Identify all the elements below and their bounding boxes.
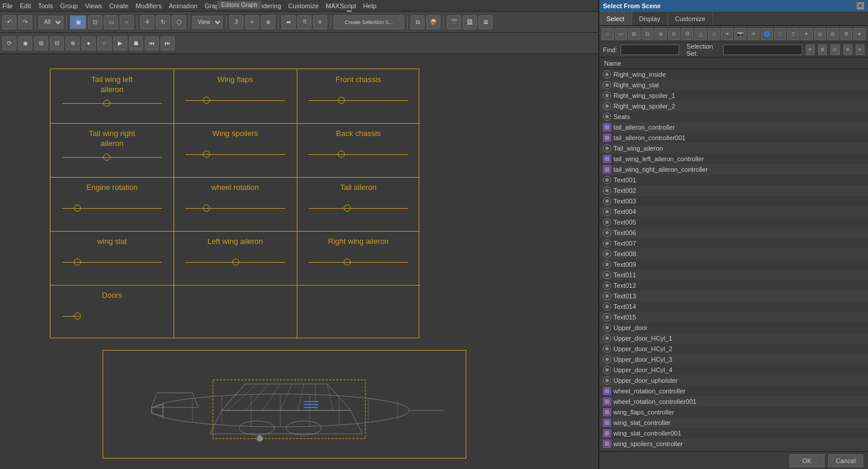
tb2-4[interactable]: ⊟ — [50, 36, 64, 50]
list-item[interactable]: Text011 — [599, 270, 868, 280]
ptb-all-types[interactable]: ⊛ — [827, 28, 839, 40]
move-btn[interactable]: ✛ — [140, 15, 154, 29]
menu-file[interactable]: File — [2, 2, 13, 9]
mirror-btn[interactable]: ⬌ — [282, 15, 296, 29]
ptb-xref[interactable]: Ξ — [787, 28, 799, 40]
select-rect-btn[interactable]: ▭ — [104, 15, 118, 29]
list-item[interactable]: Tail_wing_aileron — [599, 143, 868, 154]
ptb-down-arrow[interactable]: ▾ — [853, 28, 866, 40]
list-item[interactable]: wheel_rotation_controller001 — [599, 396, 868, 407]
tb2-5[interactable]: ⊕ — [66, 36, 80, 50]
tb2-7[interactable]: ○ — [97, 36, 111, 50]
list-item[interactable]: wing_slat_controller — [599, 417, 868, 428]
list-item[interactable]: Text015 — [599, 312, 868, 322]
list-item[interactable]: Text004 — [599, 206, 868, 217]
list-item[interactable]: Text013 — [599, 291, 868, 301]
render-btn[interactable]: 🎬 — [447, 15, 461, 29]
scale-btn[interactable]: ⬡ — [172, 15, 186, 29]
sel-set-input[interactable] — [723, 45, 802, 55]
list-item[interactable]: tail_wing_left_aileron_controller — [599, 154, 868, 164]
list-item[interactable]: tail_wing_right_aileron_controller — [599, 164, 868, 175]
ptb-geometry[interactable]: △ — [694, 28, 707, 40]
tab-select[interactable]: Select — [599, 12, 632, 25]
list-item[interactable]: Text014 — [599, 301, 868, 312]
ptb-select-all[interactable]: ⊞ — [628, 28, 640, 40]
list-item[interactable]: wing_spoilers_controller — [599, 439, 868, 449]
list-item[interactable]: Right_wing_spoiler_1 — [599, 90, 868, 101]
render3-btn[interactable]: 🖥 — [479, 15, 493, 29]
list-item[interactable]: Text009 — [599, 259, 868, 270]
sel-set-btn1[interactable]: ⊞ — [818, 45, 827, 55]
list-item[interactable]: tail_aileron_controller — [599, 122, 868, 132]
ptb-layers[interactable]: ⧉ — [681, 28, 694, 40]
list-item[interactable]: wing_slat_controller001 — [599, 428, 868, 439]
list-item[interactable]: tail_aileron_controller001 — [599, 132, 868, 143]
menu-help[interactable]: Help — [363, 2, 377, 9]
tb2-11[interactable]: ⏭ — [161, 36, 175, 50]
list-item[interactable]: Right_wing_spoiler_2 — [599, 101, 868, 111]
ptb-objects[interactable]: ◎ — [814, 28, 826, 40]
find-input[interactable] — [621, 45, 679, 55]
sel-set-btn3[interactable]: ⊕ — [843, 45, 852, 55]
list-item[interactable]: wing_flaps_controller — [599, 407, 868, 417]
render2-btn[interactable]: 🖼 — [463, 15, 477, 29]
snap-btn[interactable]: 3 — [229, 15, 243, 29]
ptb-cameras[interactable]: 📷 — [734, 28, 747, 40]
menu-views[interactable]: Views — [85, 2, 102, 9]
ptb-bones[interactable]: ✦ — [801, 28, 813, 40]
menu-modifiers[interactable]: Modifiers — [135, 2, 162, 9]
array-btn[interactable]: ⠿ — [297, 15, 311, 29]
tb2-10[interactable]: ⏮ — [145, 36, 159, 50]
ptb-groups[interactable]: □ — [774, 28, 786, 40]
tb2-8[interactable]: ▶ — [113, 36, 127, 50]
list-item[interactable]: Text002 — [599, 185, 868, 196]
menu-group[interactable]: Group — [60, 2, 78, 9]
align-btn[interactable]: ≡ — [313, 15, 327, 29]
list-item[interactable]: Right_wing_slat — [599, 80, 868, 90]
obj-btn[interactable]: 📦 — [426, 15, 440, 29]
ptb-lights[interactable]: ☀ — [721, 28, 733, 40]
sel-set-dropdown[interactable]: ▾ — [806, 45, 815, 55]
ptb-helpers[interactable]: ✛ — [748, 28, 760, 40]
undo-btn[interactable]: ↶ — [2, 15, 16, 29]
list-item[interactable]: Upper_door_HCyl_4 — [599, 365, 868, 375]
menu-edit[interactable]: Edit — [20, 2, 31, 9]
snap3-btn[interactable]: ⊕ — [261, 15, 275, 29]
rotate-btn[interactable]: ↻ — [156, 15, 170, 29]
list-item[interactable]: Upper_door_HCyl_2 — [599, 344, 868, 354]
snap2-btn[interactable]: ⌖ — [245, 15, 259, 29]
ptb-shapes[interactable]: ◇ — [708, 28, 720, 40]
list-item[interactable]: Text007 — [599, 238, 868, 249]
sel-set-btn2[interactable]: ⊟ — [830, 45, 839, 55]
view-select[interactable]: View — [192, 16, 223, 29]
list-item[interactable]: Upper_door — [599, 322, 868, 333]
list-item[interactable]: Text003 — [599, 196, 868, 206]
menu-maxscript[interactable]: MAXScript — [326, 2, 356, 9]
list-item[interactable]: Text006 — [599, 227, 868, 238]
list-item[interactable]: Upper_door_HCyl_1 — [599, 333, 868, 344]
tab-display[interactable]: Display — [632, 12, 668, 25]
ptb-settings[interactable]: ⚙ — [840, 28, 853, 40]
list-item[interactable]: Text008 — [599, 249, 868, 259]
ptb-deselect[interactable]: ⊟ — [642, 28, 654, 40]
select-obj-btn[interactable]: ▣ — [70, 15, 86, 29]
ok-button[interactable]: OK — [789, 454, 825, 467]
redo-btn[interactable]: ↷ — [18, 15, 32, 29]
ptb-filter[interactable]: ⊘ — [668, 28, 680, 40]
list-item[interactable]: Text001 — [599, 175, 868, 185]
list-item[interactable]: Text005 — [599, 217, 868, 227]
viewport[interactable]: Tail wing leftaileron Wing flaps Front c… — [0, 54, 598, 469]
editors-graph-tab[interactable]: Editors Graph — [217, 1, 262, 9]
list-item[interactable]: wheel_rotation_controller — [599, 386, 868, 396]
sel-set-more[interactable]: ▾ — [856, 45, 864, 55]
menu-tools[interactable]: Tools — [38, 2, 53, 9]
layers-btn[interactable]: ⧉ — [411, 15, 425, 29]
all-select[interactable]: All — [39, 16, 63, 29]
list-item[interactable]: Upper_door_upholster — [599, 375, 868, 386]
tb2-3[interactable]: ⊞ — [34, 36, 48, 50]
select-circle-btn[interactable]: ○ — [120, 15, 134, 29]
ptb-circle-select[interactable]: ○ — [602, 28, 614, 40]
tb2-1[interactable]: ⟳ — [2, 36, 16, 50]
select-region-btn[interactable]: ⊡ — [88, 15, 102, 29]
cancel-button[interactable]: Cancel — [828, 454, 863, 467]
